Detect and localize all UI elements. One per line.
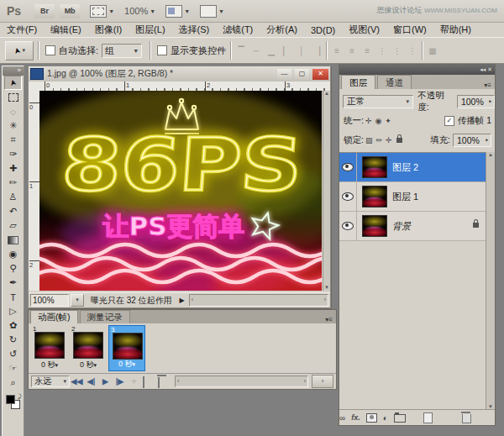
view-extras-button[interactable]: ▼ xyxy=(90,5,114,18)
status-options-icon[interactable]: ▾ xyxy=(71,294,84,307)
3d-rotate-tool[interactable]: ↻ xyxy=(4,333,22,347)
canvas[interactable]: 86PS 86PS 86PS 让PS更简单 让PS更简单 xyxy=(39,91,322,291)
menu-image[interactable]: 图像(I) xyxy=(88,24,129,36)
distribute-left-icon[interactable]: ⋮ xyxy=(377,46,387,55)
spinner-icon[interactable]: ‣ xyxy=(488,98,492,106)
distribute-hcenter-icon[interactable]: ⋮ xyxy=(392,46,402,55)
frame-thumbnail[interactable] xyxy=(34,332,65,359)
tools-panel-header[interactable]: » xyxy=(3,66,24,76)
frame-thumbnail[interactable] xyxy=(113,333,143,360)
unify-visibility-icon[interactable]: ◉ xyxy=(375,117,381,125)
align-hcenter-icon[interactable]: │ xyxy=(297,46,307,55)
color-swatches[interactable]: ⤸ xyxy=(5,393,22,412)
delete-layer-icon[interactable] xyxy=(462,414,471,423)
swap-colors-icon[interactable]: ⤸ xyxy=(18,393,21,400)
pen-tool[interactable]: ✒ xyxy=(4,276,22,290)
layer-row-2[interactable]: 图层 2 xyxy=(339,153,486,182)
scroll-up-icon[interactable]: ▲ xyxy=(324,91,329,96)
frame-3-selected[interactable]: 3 0 秒▾ xyxy=(108,325,145,371)
eyedropper-tool[interactable]: ✑ xyxy=(4,147,22,161)
menu-select[interactable]: 选择(S) xyxy=(172,24,217,36)
lasso-tool[interactable]: ◌ xyxy=(4,104,22,118)
restore-button[interactable]: ▢ xyxy=(295,69,309,80)
align-vcenter-icon[interactable]: ─ xyxy=(251,46,261,55)
tab-animation-frames[interactable]: 动画(帧) xyxy=(30,310,78,323)
clone-stamp-tool[interactable]: ♙ xyxy=(4,190,22,204)
panel-menu-icon[interactable]: ▾≡ xyxy=(484,81,495,89)
blur-tool[interactable]: ◉ xyxy=(4,247,22,261)
adjustment-layer-icon[interactable]: ◐ xyxy=(383,413,388,423)
scroll-down-icon[interactable]: ▼ xyxy=(323,285,330,290)
layer-name[interactable]: 图层 1 xyxy=(392,191,418,203)
menu-edit[interactable]: 编辑(E) xyxy=(44,24,88,36)
hand-tool[interactable]: ☞ xyxy=(4,361,22,376)
distribute-vcenter-icon[interactable]: ≡ xyxy=(347,46,357,55)
quick-selection-tool[interactable]: ✳ xyxy=(4,118,22,133)
scroll-left-icon[interactable]: ‹ xyxy=(192,297,193,302)
distribute-top-icon[interactable]: ≡ xyxy=(332,46,342,55)
history-brush-tool[interactable]: ↶ xyxy=(4,204,22,218)
close-button[interactable]: ✕ xyxy=(312,69,328,80)
lock-position-icon[interactable]: ✛ xyxy=(386,136,392,144)
screen-mode-button[interactable]: ▼ xyxy=(200,5,224,18)
healing-brush-tool[interactable]: ✚ xyxy=(4,161,22,176)
delete-frame-button[interactable] xyxy=(158,377,170,386)
convert-to-timeline-button[interactable]: › xyxy=(312,375,333,388)
scroll-up-icon[interactable]: ▲ xyxy=(488,152,493,157)
fill-field[interactable]: 100% ‣ xyxy=(453,134,491,147)
menu-file[interactable]: 文件(F) xyxy=(0,24,44,36)
next-frame-button[interactable]: |▶ xyxy=(113,377,127,386)
status-zoom-field[interactable]: 100% xyxy=(30,294,69,307)
minimize-button[interactable]: — xyxy=(277,69,291,80)
new-layer-icon[interactable] xyxy=(423,412,433,423)
visibility-cell[interactable] xyxy=(339,212,357,240)
lock-paint-icon[interactable]: ✏ xyxy=(375,136,382,144)
frame-thumbnail[interactable] xyxy=(73,332,103,359)
panel-menu-icon[interactable]: ▾≡ xyxy=(325,316,336,323)
play-button[interactable]: ▶ xyxy=(98,377,113,386)
distribute-bottom-icon[interactable]: ≡ xyxy=(362,46,372,55)
tab-channels[interactable]: 通道 xyxy=(377,75,412,89)
propagate-checkbox[interactable]: ✓ xyxy=(444,116,454,126)
lock-transparent-icon[interactable]: ▨ xyxy=(365,136,373,144)
tab-layers[interactable]: 图层 xyxy=(341,75,375,89)
auto-align-icon[interactable]: ▦ xyxy=(428,46,438,55)
frame-1[interactable]: 1 0 秒▾ xyxy=(31,325,68,371)
vertical-scrollbar[interactable]: ▲ ▼ xyxy=(323,91,330,291)
visibility-cell[interactable] xyxy=(339,182,357,211)
lock-all-icon[interactable] xyxy=(396,138,402,143)
align-top-icon[interactable]: ▔ xyxy=(236,46,246,55)
brush-tool[interactable]: ✏ xyxy=(4,176,22,190)
menu-layer[interactable]: 图层(L) xyxy=(129,24,171,36)
add-mask-icon[interactable] xyxy=(366,413,377,423)
frame-delay[interactable]: 0 秒▾ xyxy=(109,359,144,370)
close-dock-icon[interactable]: ✕ xyxy=(487,66,492,72)
menu-view[interactable]: 视图(V) xyxy=(342,24,386,36)
gradient-tool[interactable] xyxy=(4,233,22,247)
menu-analysis[interactable]: 分析(A) xyxy=(260,24,304,36)
frames-scrollbar[interactable]: ‹ › xyxy=(175,376,308,387)
blend-mode-dropdown[interactable]: 正常 ▾ xyxy=(343,95,413,108)
link-layers-icon[interactable]: ∞ xyxy=(339,413,345,423)
layer-thumbnail[interactable] xyxy=(362,215,387,237)
custom-shape-tool[interactable]: ✿ xyxy=(4,318,22,333)
eraser-tool[interactable]: ▱ xyxy=(4,218,22,233)
loop-selector[interactable]: 永远 ▾ xyxy=(31,376,70,387)
marquee-tool[interactable] xyxy=(4,90,22,104)
eye-icon[interactable] xyxy=(342,163,354,171)
dodge-tool[interactable]: ⚲ xyxy=(4,261,22,276)
menu-window[interactable]: 窗口(W) xyxy=(386,24,433,36)
3d-orbit-tool[interactable]: ↺ xyxy=(4,347,22,361)
layer-row-1[interactable]: 图层 1 xyxy=(339,182,486,212)
previous-frame-button[interactable]: ◀| xyxy=(84,377,98,386)
align-bottom-icon[interactable]: ▁ xyxy=(266,46,276,55)
horizontal-scrollbar[interactable]: ‹ › xyxy=(189,294,328,307)
status-flyout-button[interactable]: ▶ xyxy=(177,297,187,304)
tween-button[interactable]: ⁘ xyxy=(127,377,141,386)
layer-style-icon[interactable]: fx. xyxy=(351,413,360,422)
scroll-left-icon[interactable]: ‹ xyxy=(177,378,179,384)
menu-filter[interactable]: 滤镜(T) xyxy=(216,24,260,36)
type-tool[interactable]: T xyxy=(4,290,22,304)
new-group-icon[interactable] xyxy=(394,414,406,423)
auto-select-checkbox[interactable] xyxy=(45,45,55,55)
